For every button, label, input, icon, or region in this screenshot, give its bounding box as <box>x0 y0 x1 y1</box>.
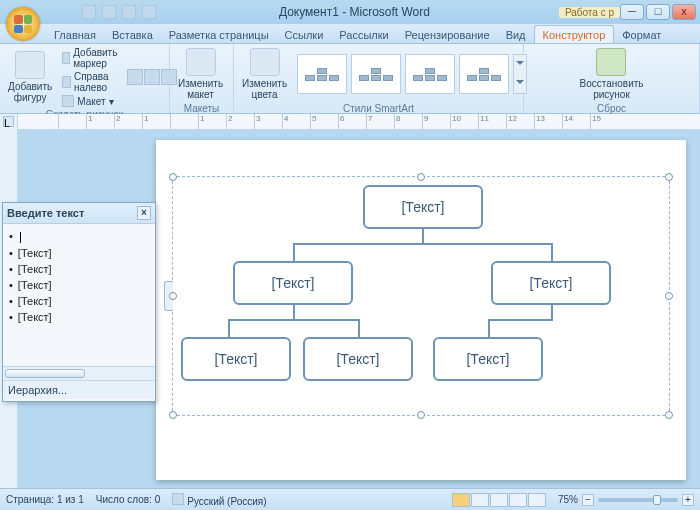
ribbon: Добавить фигуру Добавить маркер Справа н… <box>0 44 700 114</box>
demote-icon[interactable] <box>144 69 160 85</box>
resize-handle[interactable] <box>169 411 177 419</box>
tab-view[interactable]: Вид <box>498 26 534 43</box>
outline-item[interactable] <box>9 228 149 245</box>
resize-handle[interactable] <box>417 173 425 181</box>
document-page[interactable]: [Текст] [Текст] [Текст] [Текст] [Текст] … <box>156 140 686 480</box>
view-print-layout[interactable] <box>452 493 470 507</box>
smartart-node[interactable]: [Текст] <box>491 261 611 305</box>
text-pane-body[interactable]: [Текст] [Текст] [Текст] [Текст] [Текст] <box>3 224 155 366</box>
connector <box>358 319 360 337</box>
tab-review[interactable]: Рецензирование <box>397 26 498 43</box>
resize-handle[interactable] <box>169 292 177 300</box>
add-shape-button[interactable]: Добавить фигуру <box>4 49 56 105</box>
rtl-icon <box>62 76 71 88</box>
style-thumb[interactable] <box>459 54 509 94</box>
connector <box>293 243 553 245</box>
zoom-in-button[interactable]: + <box>682 494 694 506</box>
undo-icon[interactable] <box>102 5 116 19</box>
text-pane-footer[interactable]: Иерархия... <box>3 380 155 399</box>
smartart-node[interactable]: [Текст] <box>363 185 483 229</box>
zoom-value[interactable]: 75% <box>558 494 578 505</box>
reset-icon <box>596 48 626 76</box>
tab-insert[interactable]: Вставка <box>104 26 161 43</box>
add-shape-icon <box>15 51 45 79</box>
connector <box>551 243 553 261</box>
view-draft[interactable] <box>528 493 546 507</box>
text-pane[interactable]: Введите текст × [Текст] [Текст] [Текст] … <box>2 202 156 402</box>
status-bar: Страница: 1 из 1 Число слов: 0 Русский (… <box>0 488 700 510</box>
ribbon-group-layouts: Изменить макет Макеты <box>170 44 234 113</box>
close-button[interactable]: x <box>672 4 696 20</box>
status-word-count[interactable]: Число слов: 0 <box>96 494 160 505</box>
status-page[interactable]: Страница: 1 из 1 <box>6 494 84 505</box>
change-layout-button[interactable]: Изменить макет <box>174 46 227 102</box>
outline-item[interactable]: [Текст] <box>9 309 149 325</box>
resize-handle[interactable] <box>665 411 673 419</box>
window-title: Документ1 - Microsoft Word <box>156 5 553 19</box>
view-outline[interactable] <box>509 493 527 507</box>
outline-item[interactable]: [Текст] <box>9 245 149 261</box>
tab-format[interactable]: Формат <box>614 26 669 43</box>
smartart-node[interactable]: [Текст] <box>303 337 413 381</box>
smartart-node[interactable]: [Текст] <box>233 261 353 305</box>
zoom-slider[interactable] <box>598 498 678 502</box>
zoom-slider-thumb[interactable] <box>653 495 661 505</box>
text-pane-close-button[interactable]: × <box>137 206 151 220</box>
ribbon-group-create: Добавить фигуру Добавить маркер Справа н… <box>0 44 170 113</box>
view-buttons <box>452 493 546 507</box>
change-colors-button[interactable]: Изменить цвета <box>238 46 291 102</box>
add-bullet-button[interactable]: Добавить маркер <box>60 46 123 70</box>
resize-handle[interactable] <box>665 173 673 181</box>
status-language[interactable]: Русский (Россия) <box>172 493 266 507</box>
tab-home[interactable]: Главная <box>46 26 104 43</box>
quick-access-toolbar <box>82 5 156 19</box>
ruler-corner[interactable]: L <box>3 116 14 127</box>
zoom-control: 75% − + <box>558 494 694 506</box>
view-web-layout[interactable] <box>490 493 508 507</box>
style-thumb[interactable] <box>405 54 455 94</box>
resize-handle[interactable] <box>417 411 425 419</box>
tab-design[interactable]: Конструктор <box>534 25 615 43</box>
zoom-out-button[interactable]: − <box>582 494 594 506</box>
ribbon-group-styles: Изменить цвета Стили SmartArt <box>234 44 524 113</box>
smartart-node[interactable]: [Текст] <box>181 337 291 381</box>
ribbon-tabs: Главная Вставка Разметка страницы Ссылки… <box>0 24 700 44</box>
language-icon <box>172 493 184 505</box>
layout-button[interactable]: Макет ▾ <box>60 94 123 108</box>
text-pane-title: Введите текст × <box>3 203 155 224</box>
resize-handle[interactable] <box>169 173 177 181</box>
change-layout-icon <box>186 48 216 76</box>
document-area: L 121123456789101112131415 <box>0 114 700 488</box>
tab-page-layout[interactable]: Разметка страницы <box>161 26 277 43</box>
maximize-button[interactable]: □ <box>646 4 670 20</box>
office-button[interactable] <box>6 7 40 41</box>
connector <box>422 229 424 243</box>
connector <box>551 305 553 319</box>
text-pane-scrollbar[interactable] <box>3 366 155 380</box>
style-thumb[interactable] <box>351 54 401 94</box>
bullet-icon <box>62 52 70 64</box>
reset-graphic-button[interactable]: Восстановить рисунок <box>575 46 647 102</box>
scrollbar-thumb[interactable] <box>5 369 85 378</box>
connector <box>293 243 295 261</box>
outline-item[interactable]: [Текст] <box>9 277 149 293</box>
qat-more-icon[interactable] <box>142 5 156 19</box>
outline-item[interactable]: [Текст] <box>9 293 149 309</box>
save-icon[interactable] <box>82 5 96 19</box>
smartart-node[interactable]: [Текст] <box>433 337 543 381</box>
connector <box>228 319 230 337</box>
outline-item[interactable]: [Текст] <box>9 261 149 277</box>
layout-icon <box>62 95 74 107</box>
contextual-tab-label: Работа с р <box>559 7 620 18</box>
promote-icon[interactable] <box>127 69 143 85</box>
view-full-screen[interactable] <box>471 493 489 507</box>
tab-references[interactable]: Ссылки <box>277 26 332 43</box>
minimize-button[interactable]: ─ <box>620 4 644 20</box>
redo-icon[interactable] <box>122 5 136 19</box>
tab-mailings[interactable]: Рассылки <box>331 26 396 43</box>
rtl-button[interactable]: Справа налево <box>60 70 123 94</box>
connector <box>488 319 490 337</box>
smartart-frame[interactable]: [Текст] [Текст] [Текст] [Текст] [Текст] … <box>172 176 670 416</box>
resize-handle[interactable] <box>665 292 673 300</box>
style-thumb[interactable] <box>297 54 347 94</box>
